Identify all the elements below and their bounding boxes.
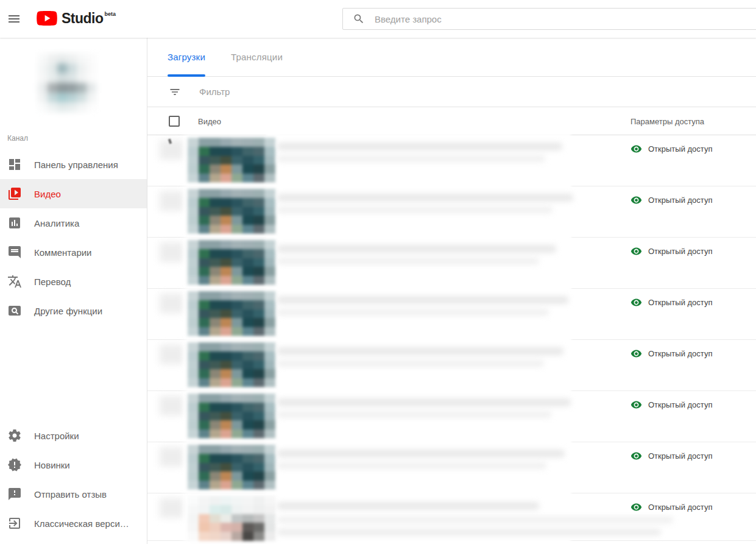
video-thumbnail[interactable] [188, 342, 275, 387]
row-checkbox-blur [160, 294, 184, 313]
exit-icon [7, 516, 22, 531]
sidebar-item-label: Отправить отзыв [34, 489, 107, 500]
visibility-eye-icon [631, 246, 642, 257]
access-status-label: Открытый доступ [648, 400, 712, 409]
video-thumbnail[interactable] [188, 291, 275, 336]
menu-button[interactable] [7, 12, 21, 26]
other-features-icon [7, 303, 22, 318]
video-thumbnail[interactable] [188, 138, 275, 183]
visibility-eye-icon [631, 143, 642, 155]
logo-beta-badge: beta [105, 11, 116, 17]
video-title-blur [277, 517, 673, 523]
visibility-eye-icon [631, 194, 642, 206]
main-content: ЗагрузкиТрансляции Видео Параметры досту… [147, 38, 756, 544]
video-thumbnail[interactable] [188, 394, 275, 439]
filter-input[interactable] [199, 87, 756, 97]
channel-avatar[interactable] [38, 54, 96, 112]
visibility-eye-icon [631, 450, 642, 462]
sidebar-item-analytics[interactable]: Аналитика [0, 208, 147, 238]
visibility-eye-icon [631, 399, 642, 411]
sidebar-item-label: Другие функции [34, 306, 102, 316]
video-title-blur [277, 207, 553, 213]
sidebar-item-videos[interactable]: Видео [0, 179, 147, 208]
access-status[interactable]: Открытый доступ [631, 348, 712, 359]
video-title-blur [277, 529, 661, 535]
sidebar-item-dashboard[interactable]: Панель управления [0, 150, 147, 179]
sidebar-item-label: Классическая верси… [34, 518, 129, 529]
tab-streams[interactable]: Трансляции [231, 38, 283, 76]
access-status-label: Открытый доступ [648, 247, 712, 256]
video-thumbnail[interactable] [188, 445, 275, 490]
sidebar-item-other-features[interactable]: Другие функции [0, 296, 147, 325]
video-library-icon [7, 186, 22, 201]
sidebar-item-label: Новинки [34, 460, 70, 470]
sidebar-item-label: Аналитика [34, 218, 79, 228]
select-all-checkbox[interactable] [169, 116, 180, 127]
settings-icon [7, 428, 22, 443]
sidebar-item-label: Комментарии [34, 247, 91, 258]
video-title-blur [277, 462, 546, 469]
dashboard-icon [7, 157, 22, 172]
sidebar-item-whats-new[interactable]: Новинки [0, 450, 147, 479]
row-checkbox-blur [160, 191, 184, 211]
video-title-blur [277, 245, 556, 253]
studio-logo[interactable]: Studio beta [37, 11, 116, 26]
video-thumbnail[interactable] [188, 496, 275, 541]
sidebar-item-label: Панель управления [34, 160, 118, 170]
video-row[interactable]: Открытый доступ [147, 186, 756, 238]
access-status[interactable]: Открытый доступ [631, 399, 712, 411]
hamburger-icon [7, 12, 21, 26]
video-title-blur [277, 398, 571, 406]
filter-icon [169, 86, 181, 98]
video-row[interactable]: Открытый доступ [147, 442, 756, 493]
video-title-blur [277, 411, 551, 418]
video-title-blur [277, 296, 568, 304]
logo-text: Studio [62, 11, 104, 26]
video-row[interactable]: Открытый доступ [147, 493, 756, 541]
access-status-label: Открытый доступ [648, 144, 712, 154]
sidebar-item-comments[interactable]: Комментарии [0, 238, 147, 267]
video-row[interactable]: Открытый доступ [147, 340, 756, 391]
video-title-blur [277, 155, 545, 162]
video-thumbnail[interactable] [188, 240, 275, 285]
youtube-logo-icon [37, 11, 57, 26]
search-box[interactable] [342, 8, 756, 30]
whats-new-icon [7, 457, 22, 472]
topbar: Studio beta [0, 0, 756, 38]
access-status[interactable]: Открытый доступ [631, 450, 712, 462]
sidebar-item-send-feedback[interactable]: Отправить отзыв [0, 479, 147, 509]
access-status[interactable]: Открытый доступ [631, 246, 712, 257]
access-status[interactable]: Открытый доступ [631, 501, 712, 513]
access-status[interactable]: Открытый доступ [631, 297, 712, 308]
video-row[interactable]: Открытый доступ [147, 135, 756, 186]
video-row[interactable]: Открытый доступ [147, 391, 756, 442]
visibility-eye-icon [631, 348, 642, 359]
access-status-label: Открытый доступ [648, 503, 712, 512]
sidebar-item-settings[interactable]: Настройки [0, 421, 147, 450]
video-title-blur [277, 194, 573, 202]
video-title-blur [277, 450, 565, 457]
comments-icon [7, 245, 22, 260]
sidebar-item-label: Настройки [34, 431, 79, 441]
sidebar-item-classic-version[interactable]: Классическая верси… [0, 509, 147, 538]
filter-row [147, 77, 756, 107]
sidebar-item-label: Видео [34, 189, 61, 199]
video-thumbnail[interactable] [188, 189, 275, 234]
access-status-label: Открытый доступ [648, 451, 712, 461]
row-checkbox-blur [160, 396, 184, 415]
analytics-icon [7, 216, 22, 230]
sidebar-item-translations[interactable]: Перевод [0, 267, 147, 296]
row-checkbox-blur [160, 345, 184, 364]
search-icon [353, 13, 365, 25]
access-status[interactable]: Открытый доступ [631, 143, 712, 155]
sidebar-item-label: Перевод [34, 277, 71, 287]
tab-uploads[interactable]: Загрузки [168, 38, 205, 76]
access-status[interactable]: Открытый доступ [631, 194, 712, 206]
video-title-blur [277, 258, 539, 264]
video-row[interactable]: Открытый доступ [147, 289, 756, 340]
column-header-video: Видео [198, 117, 221, 126]
search-input[interactable] [375, 14, 756, 24]
column-header-access: Параметры доступа [631, 117, 704, 126]
video-row[interactable]: Открытый доступ [147, 238, 756, 289]
translate-icon [7, 274, 22, 289]
